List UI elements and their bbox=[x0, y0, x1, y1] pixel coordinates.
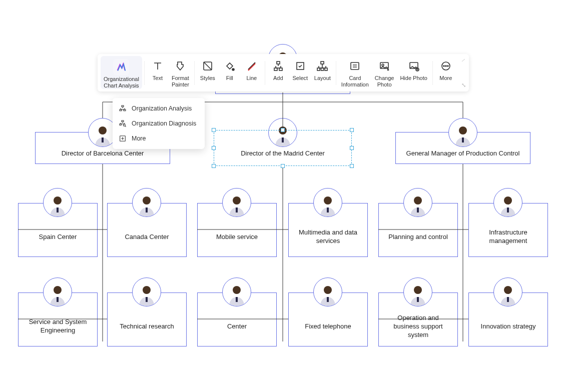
svg-point-42 bbox=[143, 286, 151, 294]
context-toolbar: OrganizationalChart Analysis Text Format… bbox=[98, 54, 469, 92]
selection-outline[interactable] bbox=[214, 130, 352, 166]
toolbar-fill[interactable]: Fill bbox=[219, 56, 241, 82]
svg-rect-31 bbox=[146, 208, 148, 212]
dropdown-item-label: Organization Diagnosis bbox=[132, 120, 196, 127]
node-label: Operation and business support system bbox=[384, 314, 452, 339]
svg-rect-49 bbox=[417, 297, 419, 302]
node-label: Planning and control bbox=[388, 232, 448, 241]
svg-rect-41 bbox=[57, 297, 59, 302]
hierarchy-icon bbox=[119, 104, 127, 112]
dropdown-item-analysis[interactable]: Organization Analysis bbox=[113, 101, 205, 116]
dropdown-item-label: Organization Analysis bbox=[132, 105, 192, 112]
svg-rect-62 bbox=[351, 62, 359, 70]
svg-rect-27 bbox=[462, 138, 464, 142]
svg-point-64 bbox=[382, 64, 384, 66]
avatar-innov bbox=[493, 278, 522, 306]
svg-rect-74 bbox=[122, 120, 124, 122]
svg-rect-56 bbox=[279, 68, 282, 70]
node-label: Innovation strategy bbox=[481, 322, 536, 330]
toolbar-item-label: Layout bbox=[314, 75, 331, 82]
toolbar-org-analysis[interactable]: OrganizationalChart Analysis bbox=[101, 56, 142, 89]
toolbar-item-label: Fill bbox=[226, 75, 233, 82]
svg-rect-45 bbox=[236, 297, 238, 302]
svg-rect-73 bbox=[124, 110, 126, 111]
resize-handle-ml[interactable] bbox=[212, 146, 216, 150]
toolbar-item-label: Text bbox=[153, 75, 163, 82]
node-label: Multimedia and data services bbox=[294, 228, 362, 245]
dropdown-item-diagnosis[interactable]: Organization Diagnosis bbox=[113, 116, 205, 131]
node-label: Canada Center bbox=[125, 232, 169, 241]
styles-icon bbox=[202, 60, 214, 72]
node-label: Fixed telephone bbox=[305, 322, 351, 330]
toolbar-card-info[interactable]: CardInformation bbox=[338, 56, 372, 88]
toolbar-item-label: Add bbox=[273, 75, 283, 82]
toolbar-styles[interactable]: Styles bbox=[197, 56, 219, 82]
node-label: Mobile service bbox=[216, 232, 258, 241]
avatar-fixedtel bbox=[313, 278, 342, 306]
plus-box-icon bbox=[119, 134, 127, 142]
svg-rect-54 bbox=[277, 62, 280, 64]
svg-point-22 bbox=[99, 126, 107, 134]
svg-point-34 bbox=[324, 196, 332, 204]
svg-point-48 bbox=[414, 286, 422, 294]
toolbar-separator bbox=[432, 61, 433, 85]
toolbar-select[interactable]: Select bbox=[289, 56, 311, 82]
toolbar-separator bbox=[194, 61, 195, 85]
svg-point-32 bbox=[233, 196, 241, 204]
svg-rect-37 bbox=[417, 208, 419, 212]
svg-point-44 bbox=[233, 286, 241, 294]
resize-handle-mt[interactable] bbox=[281, 128, 285, 132]
svg-rect-29 bbox=[57, 208, 59, 212]
resize-handle-br[interactable] bbox=[350, 164, 354, 168]
node-label: Director of Barcelona Center bbox=[62, 149, 144, 158]
add-icon bbox=[272, 60, 284, 72]
toolbar-item-label: CardInformation bbox=[341, 75, 369, 88]
toolbar-line[interactable]: Line bbox=[241, 56, 263, 82]
layout-icon bbox=[316, 60, 328, 72]
toolbar-item-label: More bbox=[439, 75, 452, 82]
node-label: Center bbox=[227, 322, 247, 330]
more-icon bbox=[440, 60, 452, 72]
toolbar-more[interactable]: More bbox=[435, 56, 457, 82]
avatar-multimedia bbox=[313, 188, 342, 217]
svg-point-70 bbox=[447, 66, 448, 66]
svg-rect-33 bbox=[236, 208, 238, 212]
resize-handle-mb[interactable] bbox=[281, 164, 285, 168]
dropdown-item-label: More bbox=[132, 135, 146, 142]
avatar-prodctrl bbox=[448, 118, 477, 147]
svg-point-68 bbox=[443, 66, 444, 66]
toolbar-text[interactable]: Text bbox=[147, 56, 169, 82]
resize-handle-bl[interactable] bbox=[212, 164, 216, 168]
svg-point-50 bbox=[504, 286, 512, 294]
toolbar-change-photo[interactable]: ChangePhoto bbox=[372, 56, 397, 88]
toolbar-item-label: OrganizationalChart Analysis bbox=[104, 76, 139, 89]
svg-point-30 bbox=[143, 196, 151, 204]
svg-rect-58 bbox=[321, 62, 324, 64]
resize-handle-mr[interactable] bbox=[350, 146, 354, 150]
hide-photo-icon bbox=[408, 60, 420, 72]
avatar-ops bbox=[403, 278, 432, 306]
toolbar-format-painter[interactable]: FormatPainter bbox=[169, 56, 192, 88]
avatar-canada bbox=[132, 188, 161, 217]
avatar-techres bbox=[132, 278, 161, 306]
avatar-spain bbox=[43, 188, 72, 217]
toolbar-hide-photo[interactable]: Hide Photo bbox=[397, 56, 430, 82]
node-label: General Manager of Production Control bbox=[406, 149, 520, 158]
resize-handle-tl[interactable] bbox=[212, 128, 216, 132]
pin-icon[interactable]: ⟋ bbox=[460, 57, 466, 63]
toolbar-layout[interactable]: Layout bbox=[311, 56, 334, 82]
hierarchy-search-icon bbox=[119, 120, 127, 128]
change-photo-icon bbox=[378, 60, 390, 72]
drag-handle-icon[interactable]: ⤡ bbox=[461, 82, 466, 88]
node-label: Infrastructure management bbox=[474, 228, 542, 245]
toolbar-item-label: Hide Photo bbox=[400, 75, 427, 82]
org-chart-canvas[interactable]: Director of Barcelona Center Director of… bbox=[0, 0, 567, 392]
toolbar-add[interactable]: Add bbox=[267, 56, 289, 82]
toolbar-item-label: ChangePhoto bbox=[375, 75, 394, 88]
svg-rect-61 bbox=[325, 68, 327, 70]
avatar-planning bbox=[403, 188, 432, 217]
dropdown-item-more[interactable]: More bbox=[113, 131, 205, 146]
svg-rect-43 bbox=[146, 297, 148, 302]
format-painter-icon bbox=[174, 60, 186, 72]
resize-handle-tr[interactable] bbox=[350, 128, 354, 132]
